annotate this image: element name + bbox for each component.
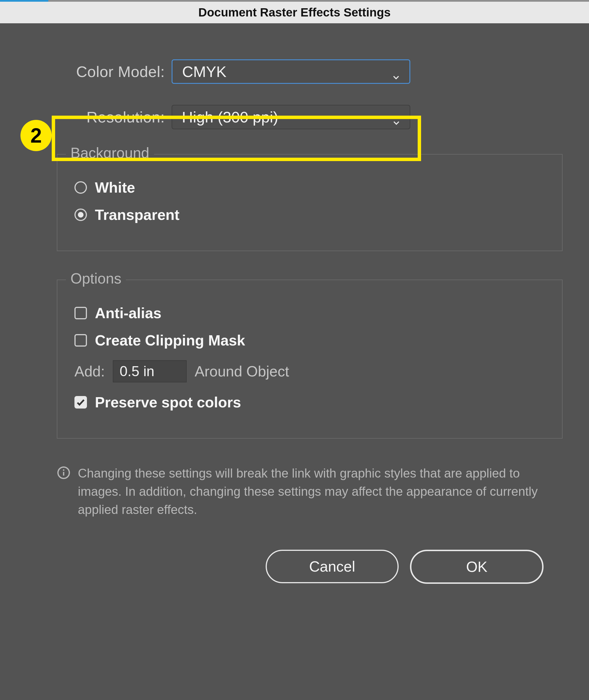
color-model-row: Color Model: CMYK xyxy=(23,57,566,86)
chevron-down-icon xyxy=(392,113,401,121)
dialog-button-row: Cancel OK xyxy=(23,550,544,584)
color-model-value: CMYK xyxy=(182,63,226,80)
checkbox-checked-icon xyxy=(74,396,87,409)
dialog-titlebar: Document Raster Effects Settings xyxy=(0,0,589,23)
background-transparent-option[interactable]: Transparent xyxy=(74,206,551,223)
anti-alias-option[interactable]: Anti-alias xyxy=(74,304,551,321)
chevron-down-icon xyxy=(392,67,400,76)
radio-icon xyxy=(74,181,87,194)
step-annotation-badge: 2 xyxy=(20,120,52,151)
add-prefix: Add: xyxy=(74,363,105,380)
background-group: Background White Transparent xyxy=(57,154,563,251)
clipping-mask-option[interactable]: Create Clipping Mask xyxy=(74,332,551,349)
cancel-button-label: Cancel xyxy=(309,558,355,575)
color-model-select[interactable]: CMYK xyxy=(172,59,410,84)
color-model-label: Color Model: xyxy=(23,63,172,80)
options-group: Options Anti-alias Create Clipping Mask … xyxy=(57,279,563,439)
step-annotation-number: 2 xyxy=(30,124,42,147)
background-white-option[interactable]: White xyxy=(74,179,551,196)
dialog-title: Document Raster Effects Settings xyxy=(198,6,391,19)
checkbox-icon xyxy=(74,334,87,346)
info-note-text: Changing these settings will break the l… xyxy=(78,464,563,518)
resolution-row: Resolution: High (300 ppi) xyxy=(23,103,566,131)
preserve-spot-label: Preserve spot colors xyxy=(95,394,241,411)
resolution-select[interactable]: High (300 ppi) xyxy=(172,105,410,129)
anti-alias-label: Anti-alias xyxy=(95,304,161,321)
background-legend: Background xyxy=(66,144,154,161)
radio-selected-icon xyxy=(74,209,87,221)
clipping-mask-label: Create Clipping Mask xyxy=(95,332,245,349)
add-suffix: Around Object xyxy=(195,363,289,380)
cancel-button[interactable]: Cancel xyxy=(266,550,399,583)
preserve-spot-option[interactable]: Preserve spot colors xyxy=(74,394,551,411)
resolution-value: High (300 ppi) xyxy=(182,108,278,126)
ok-button[interactable]: OK xyxy=(410,550,544,584)
add-input[interactable]: 0.5 in xyxy=(113,360,187,383)
background-transparent-label: Transparent xyxy=(95,206,180,223)
options-legend: Options xyxy=(66,270,126,287)
add-value: 0.5 in xyxy=(120,363,154,380)
info-icon xyxy=(57,466,70,480)
svg-point-2 xyxy=(63,469,64,471)
dialog-body: Color Model: CMYK 2 Resolution: High (30… xyxy=(0,23,589,607)
info-note: Changing these settings will break the l… xyxy=(57,464,563,518)
background-white-label: White xyxy=(95,179,135,196)
add-around-row: Add: 0.5 in Around Object xyxy=(74,360,551,383)
checkbox-icon xyxy=(74,307,87,319)
ok-button-label: OK xyxy=(466,558,487,575)
